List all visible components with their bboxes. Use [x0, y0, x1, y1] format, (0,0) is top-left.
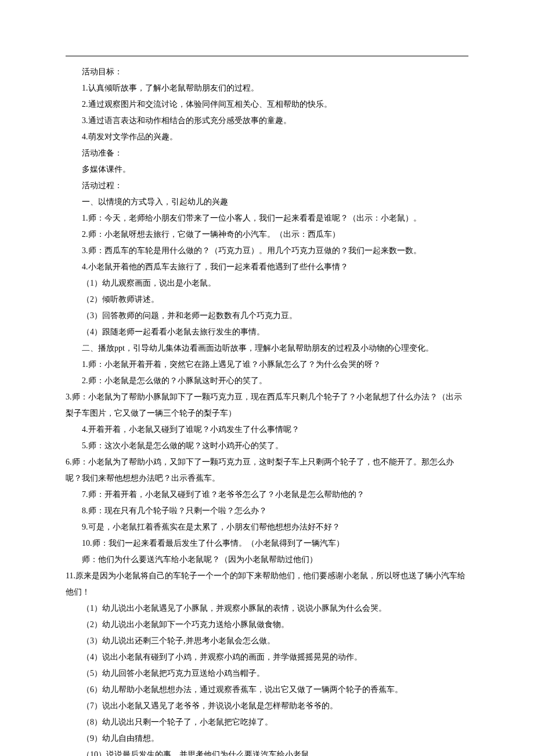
paragraph-line: 3.师：西瓜车的车轮是用什么做的？（巧克力豆）。用几个巧克力豆做的？我们一起来数… [66, 243, 468, 259]
paragraph-line: 一、以情境的方式导入，引起幼儿的兴趣 [66, 194, 468, 210]
paragraph-line: （2）倾听教师讲述。 [66, 291, 468, 308]
paragraph-line: 3.师：小老鼠为了帮助小豚鼠卸下了一颗巧克力豆，现在西瓜车只剩几个轮子了？小老鼠… [66, 389, 468, 422]
paragraph-line: 7.师：开着开着，小老鼠又碰到了谁？老爷爷怎么了？小老鼠是怎么帮助他的？ [66, 487, 468, 503]
paragraph-line: 5.师：这次小老鼠是怎么做的呢？这时小鸡开心的笑了。 [66, 438, 468, 454]
paragraph-line: 活动准备： [66, 145, 468, 161]
paragraph-line: 8.师：现在只有几个轮子啦？只剩一个啦？怎么办？ [66, 503, 468, 519]
header-rule [66, 56, 468, 56]
paragraph-line: 4.开着开着，小老鼠又碰到了谁呢？小鸡发生了什么事情呢？ [66, 422, 468, 438]
paragraph-line: （8）幼儿说出只剩一个轮子了，小老鼠把它吃掉了。 [66, 714, 468, 730]
paragraph-line: （10）说说最后发生的事，并思考他们为什么要送汽车给小老鼠。 [66, 747, 468, 756]
paragraph-line: （7）说出小老鼠又遇见了老爷爷，并说说小老鼠是怎样帮助老爷爷的。 [66, 698, 468, 714]
paragraph-line: （6）幼儿帮助小老鼠想想办法，通过观察香蕉车，说出它又做了一辆两个轮子的香蕉车。 [66, 682, 468, 698]
paragraph-line: （5）幼儿回答小老鼠把巧克力豆送给小鸡当帽子。 [66, 665, 468, 682]
paragraph-line: 活动目标： [66, 64, 468, 80]
paragraph-line: 6.师：小老鼠为了帮助小鸡，又卸下了一颗巧克力豆，这时梨子车上只剩两个轮子了，也… [66, 454, 468, 487]
paragraph-line: 1.认真倾听故事，了解小老鼠帮助朋友们的过程。 [66, 80, 468, 96]
paragraph-line: （4）说出小老鼠有碰到了小鸡，并观察小鸡的画面，并学做摇摇晃晃的动作。 [66, 649, 468, 665]
paragraph-line: （9）幼儿自由猜想。 [66, 730, 468, 747]
paragraph-line: （1）幼儿观察画面，说出是小老鼠。 [66, 275, 468, 291]
paragraph-line: 10.师：我们一起来看看最后发生了什么事情。（小老鼠得到了一辆汽车） [66, 535, 468, 552]
paragraph-line: 3.通过语言表达和动作相结合的形式充分感受故事的童趣。 [66, 113, 468, 129]
document-page: 活动目标：1.认真倾听故事，了解小老鼠帮助朋友们的过程。2.通过观察图片和交流讨… [0, 0, 534, 756]
paragraph-line: 4.萌发对文学作品的兴趣。 [66, 129, 468, 145]
paragraph-line: 师：他们为什么要送汽车给小老鼠呢？（因为小老鼠帮助过他们） [66, 552, 468, 568]
paragraph-line: 9.可是，小老鼠扛着香蕉实在是太累了，小朋友们帮他想想办法好不好？ [66, 519, 468, 535]
paragraph-line: 活动过程： [66, 178, 468, 194]
paragraph-line: 4.小老鼠开着他的西瓜车去旅行了，我们一起来看看他遇到了些什么事情？ [66, 259, 468, 275]
paragraph-line: 11.原来是因为小老鼠将自己的车轮子一个一个的卸下来帮助他们，他们要感谢小老鼠，… [66, 568, 468, 600]
paragraph-line: 2.师：小老鼠呀想去旅行，它做了一辆神奇的小汽车。（出示：西瓜车） [66, 226, 468, 243]
paragraph-line: 1.师：今天，老师给小朋友们带来了一位小客人，我们一起来看看是谁呢？（出示：小老… [66, 210, 468, 226]
paragraph-line: （2）幼儿说出小老鼠卸下一个巧克力送给小豚鼠做食物。 [66, 617, 468, 633]
paragraph-line: 多媒体课件。 [66, 161, 468, 178]
paragraph-line: 2.师：小老鼠是怎么做的？小豚鼠这时开心的笑了。 [66, 373, 468, 389]
paragraph-line: （3）幼儿说出还剩三个轮子,并思考小老鼠会怎么做。 [66, 633, 468, 649]
paragraph-line: 2.通过观察图片和交流讨论，体验同伴间互相关心、互相帮助的快乐。 [66, 96, 468, 113]
document-body: 活动目标：1.认真倾听故事，了解小老鼠帮助朋友们的过程。2.通过观察图片和交流讨… [66, 64, 468, 756]
paragraph-line: 二、播放ppt，引导幼儿集体边看画面边听故事，理解小老鼠帮助朋友的过程及小动物的… [66, 340, 468, 357]
paragraph-line: （1）幼儿说出小老鼠遇见了小豚鼠，并观察小豚鼠的表情，说说小豚鼠为什么会哭。 [66, 600, 468, 617]
paragraph-line: 1.师：小老鼠开着开着，突然它在路上遇见了谁？小豚鼠怎么了？为什么会哭的呀？ [66, 357, 468, 373]
paragraph-line: （3）回答教师的问题，并和老师一起数数有几个巧克力豆。 [66, 308, 468, 324]
paragraph-line: （4）跟随老师一起看看小老鼠去旅行发生的事情。 [66, 324, 468, 340]
